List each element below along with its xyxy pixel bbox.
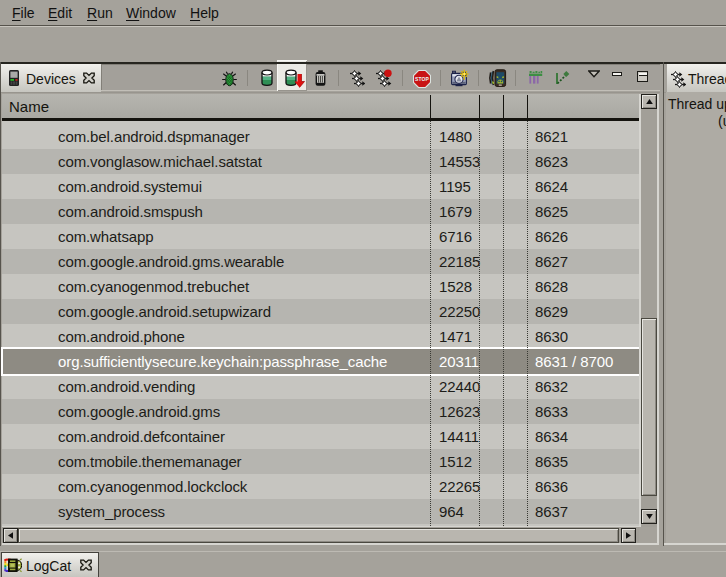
svg-text:STOP: STOP — [415, 76, 429, 82]
